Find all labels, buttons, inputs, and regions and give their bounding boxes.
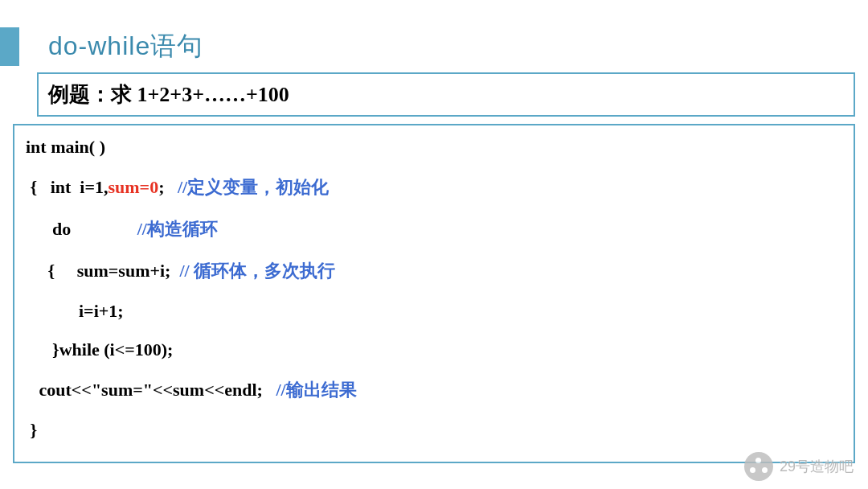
wechat-icon	[744, 452, 773, 481]
watermark-text: 29号造物吧	[780, 457, 854, 476]
code-line-8: }	[26, 420, 842, 441]
code-line-5: i=i+1;	[26, 301, 842, 322]
watermark: 29号造物吧	[744, 452, 854, 481]
code-line-4: { sum=sum+i; // 循环体，多次执行	[26, 259, 842, 283]
problem-text: 例题：求 1+2+3+……+100	[48, 80, 844, 109]
code-line-1: int main( )	[26, 137, 842, 158]
code-line-6: }while (i<=100);	[26, 339, 842, 360]
code-line-3: do //构造循环	[26, 217, 842, 241]
code-line-7: cout<<"sum="<<sum<<endl; //输出结果	[26, 378, 842, 402]
code-box: int main( ) { int i=1,sum=0; //定义变量，初始化 …	[13, 124, 855, 463]
accent-bar	[0, 27, 19, 66]
code-line-2: { int i=1,sum=0; //定义变量，初始化	[26, 175, 842, 199]
problem-box: 例题：求 1+2+3+……+100	[37, 72, 855, 117]
slide-title: do-while语句	[48, 29, 203, 64]
